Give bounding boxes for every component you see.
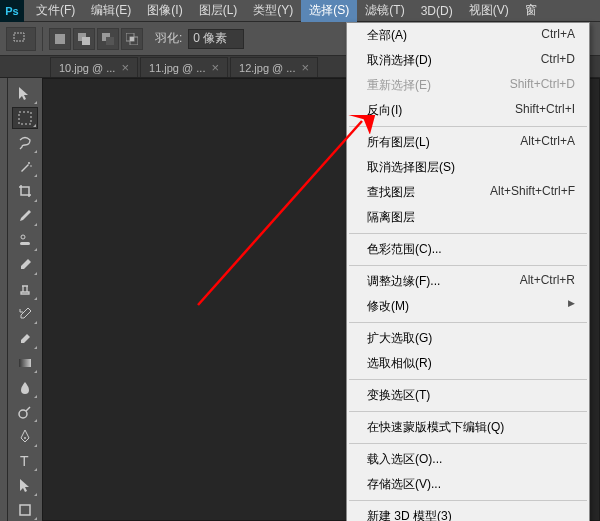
menu-item[interactable]: 载入选区(O)... bbox=[347, 447, 589, 472]
menu-item[interactable]: 在快速蒙版模式下编辑(Q) bbox=[347, 415, 589, 440]
feather-label: 羽化: bbox=[155, 30, 182, 47]
svg-rect-18 bbox=[20, 505, 30, 515]
menu-item[interactable]: 取消选择(D)Ctrl+D bbox=[347, 48, 589, 73]
menu-edit[interactable]: 编辑(E) bbox=[83, 0, 139, 22]
menu-item[interactable]: 查找图层Alt+Shift+Ctrl+F bbox=[347, 180, 589, 205]
left-gutter bbox=[0, 78, 8, 521]
eyedropper-tool-icon[interactable] bbox=[12, 205, 38, 228]
menu-item[interactable]: 调整边缘(F)...Alt+Ctrl+R bbox=[347, 269, 589, 294]
menu-item[interactable]: 修改(M)▶ bbox=[347, 294, 589, 319]
menu-file[interactable]: 文件(F) bbox=[28, 0, 83, 22]
menu-item[interactable]: 色彩范围(C)... bbox=[347, 237, 589, 262]
selection-mode-group bbox=[49, 28, 143, 50]
blur-tool-icon[interactable] bbox=[12, 376, 38, 399]
svg-rect-5 bbox=[106, 37, 114, 45]
menu-item[interactable]: 全部(A)Ctrl+A bbox=[347, 23, 589, 48]
text-tool-icon[interactable]: T bbox=[12, 450, 38, 473]
document-tab[interactable]: 12.jpg @ ...× bbox=[230, 57, 318, 77]
menu-3d[interactable]: 3D(D) bbox=[413, 1, 461, 21]
menu-select[interactable]: 选择(S) bbox=[301, 0, 357, 22]
menu-item[interactable]: 取消选择图层(S) bbox=[347, 155, 589, 180]
menu-item[interactable]: 变换选区(T) bbox=[347, 383, 589, 408]
menu-item[interactable]: 新建 3D 模型(3) bbox=[347, 504, 589, 521]
menu-item[interactable]: 反向(I)Shift+Ctrl+I bbox=[347, 98, 589, 123]
menu-item[interactable]: 所有图层(L)Alt+Ctrl+A bbox=[347, 130, 589, 155]
lasso-tool-icon[interactable] bbox=[12, 131, 38, 154]
toolbox: T bbox=[8, 78, 42, 521]
svg-rect-9 bbox=[19, 112, 31, 124]
feather-input[interactable]: 0 像素 bbox=[188, 29, 244, 49]
svg-rect-3 bbox=[82, 37, 90, 45]
svg-point-11 bbox=[30, 165, 32, 167]
app-logo: Ps bbox=[0, 0, 24, 22]
clone-stamp-tool-icon[interactable] bbox=[12, 278, 38, 301]
menu-item[interactable]: 扩大选取(G) bbox=[347, 326, 589, 351]
menu-view[interactable]: 视图(V) bbox=[461, 0, 517, 22]
close-icon[interactable]: × bbox=[211, 60, 219, 75]
menu-image[interactable]: 图像(I) bbox=[139, 0, 190, 22]
svg-rect-8 bbox=[130, 37, 134, 41]
add-selection-icon[interactable] bbox=[73, 28, 95, 50]
tool-preset-icon[interactable] bbox=[6, 27, 36, 51]
document-tab[interactable]: 11.jpg @ ...× bbox=[140, 57, 228, 77]
gradient-tool-icon[interactable] bbox=[12, 352, 38, 375]
menu-layer[interactable]: 图层(L) bbox=[191, 0, 246, 22]
svg-rect-14 bbox=[19, 359, 31, 367]
menu-type[interactable]: 类型(Y) bbox=[245, 0, 301, 22]
close-icon[interactable]: × bbox=[301, 60, 309, 75]
magic-wand-tool-icon[interactable] bbox=[12, 156, 38, 179]
path-selection-tool-icon[interactable] bbox=[12, 474, 38, 497]
menu-item: 重新选择(E)Shift+Ctrl+D bbox=[347, 73, 589, 98]
svg-point-13 bbox=[21, 235, 25, 239]
brush-tool-icon[interactable] bbox=[12, 254, 38, 277]
intersect-selection-icon[interactable] bbox=[121, 28, 143, 50]
eraser-tool-icon[interactable] bbox=[12, 327, 38, 350]
select-menu-dropdown: 全部(A)Ctrl+A取消选择(D)Ctrl+D重新选择(E)Shift+Ctr… bbox=[346, 22, 590, 521]
close-icon[interactable]: × bbox=[121, 60, 129, 75]
subtract-selection-icon[interactable] bbox=[97, 28, 119, 50]
move-tool-icon[interactable] bbox=[12, 82, 38, 105]
svg-text:T: T bbox=[20, 453, 29, 469]
shape-tool-icon[interactable] bbox=[12, 499, 38, 521]
document-tab[interactable]: 10.jpg @ ...× bbox=[50, 57, 138, 77]
menu-item[interactable]: 隔离图层 bbox=[347, 205, 589, 230]
history-brush-tool-icon[interactable] bbox=[12, 303, 38, 326]
dodge-tool-icon[interactable] bbox=[12, 401, 38, 424]
menu-filter[interactable]: 滤镜(T) bbox=[357, 0, 412, 22]
healing-brush-tool-icon[interactable] bbox=[12, 229, 38, 252]
new-selection-icon[interactable] bbox=[49, 28, 71, 50]
svg-rect-1 bbox=[55, 34, 65, 44]
menu-bar: Ps 文件(F) 编辑(E) 图像(I) 图层(L) 类型(Y) 选择(S) 滤… bbox=[0, 0, 600, 22]
menu-window[interactable]: 窗 bbox=[517, 0, 545, 22]
svg-rect-12 bbox=[20, 242, 30, 245]
menu-item[interactable]: 存储选区(V)... bbox=[347, 472, 589, 497]
svg-rect-0 bbox=[14, 33, 24, 41]
svg-point-16 bbox=[24, 437, 26, 439]
pen-tool-icon[interactable] bbox=[12, 425, 38, 448]
crop-tool-icon[interactable] bbox=[12, 180, 38, 203]
menu-item[interactable]: 选取相似(R) bbox=[347, 351, 589, 376]
svg-point-10 bbox=[28, 162, 30, 164]
svg-point-15 bbox=[19, 410, 27, 418]
marquee-tool-icon[interactable] bbox=[12, 107, 38, 130]
